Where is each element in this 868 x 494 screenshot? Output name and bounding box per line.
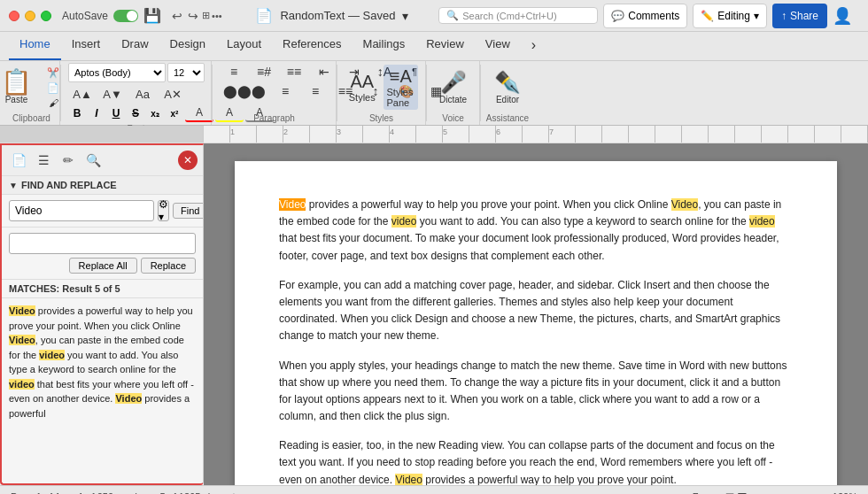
matches-label: MATCHES: Result 5 of 5 [2,280,203,298]
tab-review[interactable]: Review [415,32,475,60]
highlight-p1-video2: Video [671,198,698,211]
tab-design[interactable]: Design [159,32,216,60]
find-settings-button[interactable]: ⚙ ▾ [158,200,169,221]
numbered-list-button[interactable]: ≡# [250,63,278,81]
replace-button[interactable]: Replace [141,258,196,274]
redo-button[interactable]: ↪ [186,7,200,25]
paste-button[interactable]: 📋 Paste [0,68,37,106]
styles-pane-button[interactable]: ≡A Styles Pane [384,65,419,110]
customize-btn[interactable]: ⊞ [202,10,210,21]
tab-mailings[interactable]: Mailings [353,32,416,60]
font-family-select[interactable]: Aptos (Body) [68,63,166,82]
document-page: Video provides a powerful way to help yo… [235,161,837,485]
read-mode-icon[interactable]: ≡ [751,490,758,495]
paragraph-1: Video provides a powerful way to help yo… [279,197,793,265]
find-button[interactable]: Find [173,203,204,219]
replace-input[interactable] [9,233,196,254]
sidebar-page-btn[interactable]: 📄 [7,149,30,172]
change-case-btn[interactable]: Aa [128,86,157,103]
profile-icon[interactable]: 👤 [833,6,852,26]
autosave-label: AutoSave [62,10,108,22]
clipboard-label: Clipboard [12,113,50,123]
title-dropdown-icon[interactable]: ▾ [402,9,408,23]
find-input[interactable] [9,200,154,221]
underline-button[interactable]: U [107,104,125,122]
highlight-p1-video4: video [749,215,775,228]
styles-group: AА Styles ≡A Styles Pane Styles [337,61,426,125]
tab-home[interactable]: Home [9,32,61,60]
sidebar-toolbar: 📄 ☰ ✏ 🔍 ✕ [2,145,203,176]
highlight-video-1: Video [9,305,35,316]
sidebar-list-btn[interactable]: ☰ [32,149,55,172]
font-color-btn[interactable]: A [185,104,213,122]
close-button[interactable] [9,11,19,21]
share-button[interactable]: ↑ Share [772,4,827,28]
ribbon: Home Insert Draw Design Layout Reference… [0,32,868,126]
title-bar: AutoSave 💾 ↩ ↪ ⊞ ••• 📄 RandomText — Save… [0,0,868,32]
ribbon-tabs: Home Insert Draw Design Layout Reference… [0,32,868,61]
undo-button[interactable]: ↩ [170,7,184,25]
tab-layout[interactable]: Layout [216,32,272,60]
editing-button[interactable]: ✏️ Editing ▾ [693,4,767,28]
superscript-button[interactable]: x² [166,104,183,122]
results-area: Video provides a powerful way to help yo… [2,298,203,483]
decrease-font-btn[interactable]: A▼ [98,87,127,102]
decrease-indent-button[interactable]: ⇤ [310,63,338,81]
sidebar-close-button[interactable]: ✕ [178,151,198,170]
paragraph-label: Paragraph [253,113,295,123]
focus-btn[interactable]: Focus [693,491,719,495]
bullets-button[interactable]: ≡ [220,63,248,81]
highlight-p1-video1: Video [279,198,306,211]
find-replace-header: ▼ FIND AND REPLACE [2,176,203,195]
voice-group: 🎤 Dictate Voice [427,61,480,125]
minimize-button[interactable] [25,11,35,21]
zoom-slider[interactable]: −───────+ [765,491,825,495]
comments-button[interactable]: 💬 Comments [603,4,687,28]
styles-button[interactable]: AА Styles [345,70,380,104]
assistance-label: Assistance [486,113,529,123]
page-count: Page 1 of 1 [11,491,60,495]
clear-format-btn[interactable]: A✕ [159,86,187,103]
sidebar-edit-btn[interactable]: ✏ [57,149,80,172]
tab-draw[interactable]: Draw [111,32,159,60]
italic-button[interactable]: I [88,104,105,122]
subscript-button[interactable]: x₂ [146,104,164,122]
status-bar-right: Focus □ ⊟ ≡ −───────+ 120% [693,490,857,495]
pencil-icon: ✏️ [701,10,714,22]
editor-button[interactable]: ✒️ Editor [491,68,524,106]
save-icon[interactable]: 💾 [143,7,161,24]
font-size-select[interactable]: 12 [167,63,205,82]
highlight-p1-video3: video [391,215,417,228]
replace-buttons: Replace All Replace [9,258,196,274]
document-area[interactable]: Video provides a powerful way to help yo… [204,143,868,485]
doc-icon: 📄 [255,7,273,24]
web-layout-icon[interactable]: ⊟ [737,490,748,495]
more-btn[interactable]: ••• [212,11,222,21]
highlight-p4-video1: Video [395,474,422,485]
maximize-button[interactable] [41,11,51,21]
multilevel-list-button[interactable]: ≡≡ [280,63,308,81]
tab-insert[interactable]: Insert [61,32,112,60]
title-bar-left: AutoSave 💾 ↩ ↪ ⊞ ••• [62,7,226,25]
editing-chevron-icon: ▾ [754,10,759,22]
tab-more[interactable]: › [521,32,546,60]
replace-all-button[interactable]: Replace All [69,258,137,274]
tab-view[interactable]: View [475,32,521,60]
tab-references[interactable]: References [272,32,352,60]
align-left-button[interactable]: ⬤⬤⬤ [220,82,269,100]
bold-button[interactable]: B [68,104,86,122]
increase-font-btn[interactable]: A▲ [68,87,97,102]
highlight-video-2: Video [9,335,35,345]
clipboard-group: 📋 Paste ✂️ 📄 🖌 Clipboard [4,61,60,125]
sidebar-search-btn[interactable]: 🔍 [81,149,105,172]
strikethrough-button[interactable]: S [127,104,144,122]
align-right-button[interactable]: ≡ [301,82,329,100]
align-center-button[interactable]: ≡ [271,82,299,100]
dictate-button[interactable]: 🎤 Dictate [436,68,470,106]
print-layout-icon[interactable]: □ [726,490,733,495]
search-bar[interactable]: 🔍 Search (Cmd+Ctrl+U) [438,7,598,24]
paragraph-4: Reading is easier, too, in the new Readi… [279,437,793,485]
autosave-toggle[interactable] [113,10,138,22]
title-center: 📄 RandomText — Saved ▾ [226,7,439,24]
paragraph-group: ≡ ≡# ≡≡ ⇤ ⇥ ↕A ¶ ⬤⬤⬤ ≡ ≡ ≡≡ ↕ 🎨 ▦ [213,61,337,125]
